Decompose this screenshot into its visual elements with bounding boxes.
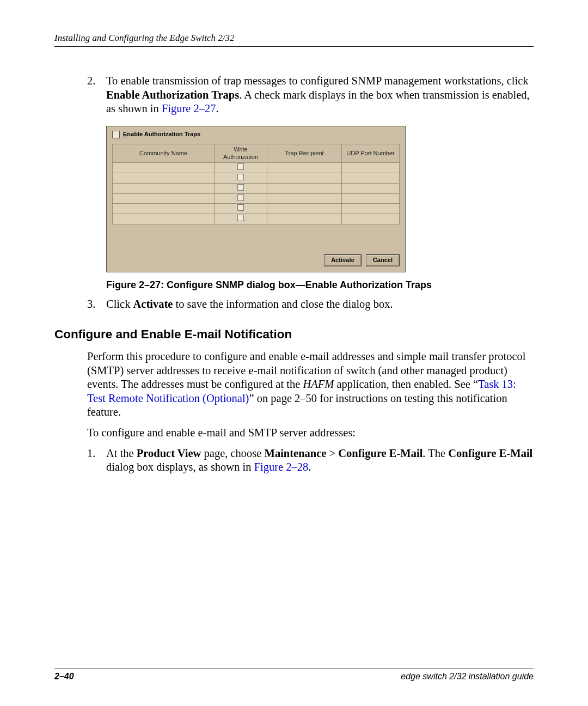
cell[interactable] (113, 193, 215, 204)
enable-traps-row: Enable Authorization Traps (112, 131, 400, 144)
text: application, then enabled. See “ (334, 378, 478, 390)
cell[interactable] (113, 163, 215, 173)
page-header: Installing and Configuring the Edge Swit… (54, 33, 534, 47)
text: To enable transmission of trap messages … (106, 75, 529, 87)
figure-caption: Figure 2–27: Configure SNMP dialog box—E… (106, 279, 534, 291)
cell[interactable] (113, 204, 215, 214)
step-text: At the Product View page, choose Mainten… (106, 447, 534, 474)
cell[interactable] (342, 173, 400, 184)
step-text: To enable transmission of trap messages … (106, 74, 534, 116)
figure-link[interactable]: Figure 2–27 (162, 102, 216, 114)
dialog-buttons: Activate Cancel (112, 254, 400, 266)
figure-link[interactable]: Figure 2–28 (254, 461, 309, 473)
col-udp: UDP Port Number (342, 144, 400, 163)
cell[interactable] (342, 183, 400, 193)
bold-text: Enable Authorization Traps (106, 89, 239, 101)
bold-text: Activate (133, 298, 173, 310)
page-number: 2–40 (54, 672, 74, 681)
write-auth-cell[interactable] (215, 163, 267, 173)
cell[interactable] (342, 193, 400, 204)
text: . (216, 102, 219, 114)
activate-button[interactable]: Activate (324, 254, 362, 266)
cell[interactable] (342, 204, 400, 214)
text: page, choose (201, 447, 264, 459)
bold-text: Product View (137, 447, 201, 459)
italic-text: HAFM (303, 378, 334, 390)
write-auth-cell[interactable] (215, 183, 267, 193)
cell[interactable] (267, 183, 342, 193)
paragraph: Perform this procedure to configure and … (87, 350, 534, 419)
step-number: 3. (87, 297, 106, 312)
text: Click (106, 298, 133, 310)
text: dialog box displays, as shown in (106, 461, 254, 473)
step-3: 3. Click Activate to save the informatio… (87, 297, 534, 312)
figure-2-27: Enable Authorization Traps Community Nam… (106, 126, 534, 272)
checkbox-icon[interactable] (237, 194, 244, 201)
cell[interactable] (267, 163, 342, 173)
checkbox-icon[interactable] (237, 163, 244, 170)
enable-traps-checkbox[interactable] (112, 131, 120, 138)
label-rest: nable Authorization Traps (127, 131, 200, 137)
write-auth-cell[interactable] (215, 193, 267, 204)
cell[interactable] (267, 173, 342, 184)
text: At the (106, 447, 137, 459)
bold-text: Configure E-Mail (338, 447, 422, 459)
footer-title: edge switch 2/32 installation guide (401, 672, 534, 681)
write-auth-cell[interactable] (215, 214, 267, 224)
checkbox-icon[interactable] (237, 215, 244, 221)
page-footer: 2–40 edge switch 2/32 installation guide (54, 668, 534, 681)
header-title: Installing and Configuring the Edge Swit… (54, 33, 235, 43)
step-2: 2. To enable transmission of trap messag… (87, 74, 534, 116)
section-heading: Configure and Enable E-mail Notification (54, 327, 534, 342)
bold-text: Configure E-Mail (448, 447, 532, 459)
step-number: 2. (87, 74, 106, 116)
write-auth-cell[interactable] (215, 204, 267, 214)
col-write: Write Authorization (215, 144, 267, 163)
paragraph: To configure and enable e-mail and SMTP … (87, 426, 534, 440)
cell[interactable] (342, 163, 400, 173)
text: > (326, 447, 338, 459)
cell[interactable] (342, 214, 400, 224)
text: to save the information and close the di… (173, 298, 393, 310)
col-community: Community Name (113, 144, 215, 163)
cell[interactable] (267, 193, 342, 204)
col-trap: Trap Recipient (267, 144, 342, 163)
cell[interactable] (113, 173, 215, 184)
enable-traps-label: Enable Authorization Traps (123, 131, 200, 138)
cell[interactable] (113, 214, 215, 224)
checkbox-icon[interactable] (237, 184, 244, 191)
cell[interactable] (113, 183, 215, 193)
step-text: Click Activate to save the information a… (106, 297, 534, 312)
checkbox-icon[interactable] (237, 174, 244, 180)
cancel-button[interactable]: Cancel (366, 254, 400, 266)
cell[interactable] (267, 204, 342, 214)
step-1: 1. At the Product View page, choose Main… (87, 447, 534, 474)
cell[interactable] (267, 214, 342, 224)
text: . The (422, 447, 448, 459)
write-auth-cell[interactable] (215, 173, 267, 184)
checkbox-icon[interactable] (237, 204, 244, 211)
snmp-table: Community Name Write Authorization Trap … (112, 144, 400, 224)
text: . (308, 461, 311, 473)
step-number: 1. (87, 447, 106, 474)
snmp-dialog: Enable Authorization Traps Community Nam… (106, 126, 406, 272)
bold-text: Maintenance (265, 447, 327, 459)
